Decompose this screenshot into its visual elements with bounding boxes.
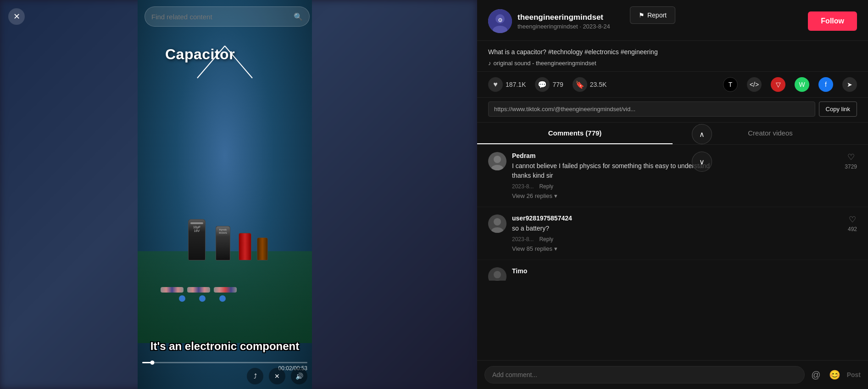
heart-icon-circle: ♥ [488,77,503,92]
share-video-icon: ⤴ [254,372,257,380]
view-replies-1[interactable]: View 26 replies ▾ [512,192,839,199]
emoji-button[interactable]: 😊 [827,367,842,382]
heart-icon-1: ♡ [847,152,855,162]
comment-icon: 💬 [538,80,547,89]
chevron-down-icon-1: ▾ [554,192,557,199]
tiktok-icon: T [729,81,733,88]
comment-input-field[interactable] [484,366,805,383]
heart-icon-2: ♡ [849,214,856,225]
mute-button[interactable]: 🔊 [291,368,307,384]
bookmark-action[interactable]: 🔖 23.5K [573,77,607,92]
svg-text:⚙: ⚙ [498,17,503,23]
forward-arrow-icon: ➤ [847,81,852,88]
comment-icon-circle: 💬 [535,77,550,92]
comment-meta-1: 2023-8... Reply [512,183,839,190]
description-area: What is a capacitor? #technology #electr… [477,41,868,72]
comment-action[interactable]: 💬 779 [535,77,563,92]
comment-like-2[interactable]: ♡ 492 [848,214,857,252]
comment-text-1: I cannot believe I failed physics for so… [512,161,839,180]
svg-point-13 [494,271,501,278]
like-count: 187.1K [506,81,526,88]
capacitor-4 [257,237,268,260]
more-options-button[interactable]: ✕ [269,368,285,384]
comment-avatar-3 [488,267,506,281]
follow-button[interactable]: Follow [808,11,857,31]
flag-icon: ⚑ [639,11,645,19]
comments-area[interactable]: Pedram I cannot believe I failed physics… [477,145,868,360]
comment-meta-2: 2023-8... Reply [512,236,842,242]
comment-username-2: user9281975857424 [512,214,842,222]
heart-icon: ♥ [493,80,498,89]
close-button[interactable]: ✕ [8,8,25,25]
progress-track[interactable] [142,362,307,363]
share-forward-button[interactable]: ➤ [842,77,857,92]
svg-point-7 [494,156,501,163]
svg-line-1 [225,46,252,78]
whatsapp-icon: W [799,81,805,88]
comment-text-2: so a battery? [512,224,842,233]
components-area: 10μF16V HyndcROHS [151,192,298,320]
svg-line-0 [197,46,225,78]
mention-button[interactable]: @ [809,368,822,382]
video-subtitle-area: It's an electronic component [138,335,312,357]
video-controls: ⤴ ✕ 🔊 [142,368,307,384]
video-player: Capacitor 10μF16V HyndcROHS [138,0,312,389]
emoji-icon: 😊 [829,370,840,380]
like-action[interactable]: ♥ 187.1K [488,77,526,92]
share-facebook-button[interactable]: f [818,77,833,92]
video-scene: Capacitor 10μF16V HyndcROHS [138,0,312,389]
chevron-up-icon: ∧ [699,130,705,139]
reply-link-1[interactable]: Reply [539,183,553,190]
chevron-down-icon: ∨ [699,158,705,166]
facebook-icon: f [825,81,827,88]
svg-point-10 [494,218,501,226]
search-icon[interactable]: 🔍 [294,12,303,21]
video-content: Capacitor 10μF16V HyndcROHS [138,0,312,389]
music-line: ♪ original sound - theengineeringmindset [488,60,857,67]
red-app-icon: ▽ [776,81,781,88]
capacitor-2: HyndcROHS [216,226,230,260]
comment-avatar-2 [488,214,506,233]
bookmark-count: 23.5K [590,81,607,88]
code-icon: </> [750,81,759,88]
view-replies-2[interactable]: View 85 replies ▾ [512,245,842,252]
reply-link-2[interactable]: Reply [539,236,553,242]
capacitor-1: 10μF16V [188,219,206,260]
share-code-button[interactable]: </> [747,77,762,92]
copy-link-button[interactable]: Copy link [819,101,857,117]
share-red-button[interactable]: ▽ [771,77,785,92]
report-button[interactable]: ⚑ Report [630,6,675,24]
tab-comments[interactable]: Comments (779) [477,123,673,144]
comment-body-3: Timo [512,267,857,277]
search-input[interactable] [151,13,290,21]
url-row: https://www.tiktok.com/@theengineeringmi… [477,98,868,123]
comment-input-row: @ 😊 Post [477,360,868,389]
share-whatsapp-button[interactable]: W [795,77,809,92]
comment-count: 779 [552,81,563,88]
comment-body-1: Pedram I cannot believe I failed physics… [512,152,839,199]
share-tiktok-button[interactable]: T [723,77,738,92]
tabs-row: Comments (779) Creator videos [477,123,868,145]
video-subtitle: It's an electronic component [145,339,305,353]
comment-avatar-1 [488,152,506,170]
small-caps [179,295,226,302]
music-note-icon: ♪ [488,60,491,67]
capacitor-arrows [161,37,289,101]
post-comment-button[interactable]: Post [847,371,861,378]
share-video-button[interactable]: ⤴ [247,368,263,384]
nav-up-button[interactable]: ∧ [692,124,712,144]
nav-down-button[interactable]: ∨ [692,152,712,172]
mute-icon: 🔊 [295,372,303,380]
comment-item-2: user9281975857424 so a battery? 2023-8..… [477,207,868,260]
url-display: https://www.tiktok.com/@theengineeringmi… [488,101,815,117]
progress-dot [150,361,154,365]
more-options-icon: ✕ [274,372,280,380]
search-bar: 🔍 [145,6,310,27]
comment-item: Pedram I cannot believe I failed physics… [477,145,868,207]
comment-username-1: Pedram [512,152,839,159]
comment-like-1[interactable]: ♡ 3729 [845,152,857,199]
bookmark-icon: 🔖 [575,80,584,89]
resistors [161,287,237,293]
creator-avatar: ⚙ [488,9,512,33]
action-row: ♥ 187.1K 💬 779 🔖 23.5K T </> ▽ W [477,72,868,98]
